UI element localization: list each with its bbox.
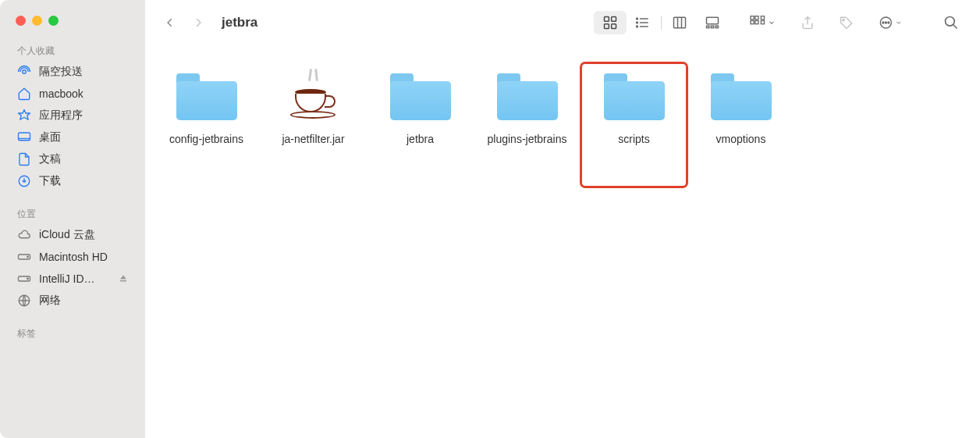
share-button[interactable]	[796, 11, 819, 34]
folder-icon	[390, 67, 451, 120]
file-label: config-jetbrains	[169, 133, 243, 145]
sidebar: 个人收藏 隔空投送 macbook 应用程序 桌面 文稿 下载 位置 iClo	[0, 0, 145, 438]
svg-rect-22	[755, 16, 758, 20]
finder-window: 个人收藏 隔空投送 macbook 应用程序 桌面 文稿 下载 位置 iClo	[0, 0, 980, 438]
icon-view-button[interactable]	[594, 11, 627, 34]
action-menu-button[interactable]	[879, 11, 902, 34]
main-pane: jetbra config-jetbrainsja-netfilter.	[145, 0, 980, 438]
sidebar-item-downloads[interactable]: 下载	[0, 170, 145, 192]
file-item[interactable]: jetbra	[367, 62, 474, 187]
sidebar-item-label: iCloud 云盘	[39, 228, 95, 242]
sidebar-item-intellij[interactable]: IntelliJ ID…	[0, 268, 145, 290]
disk-icon	[17, 272, 31, 286]
svg-rect-25	[761, 16, 764, 20]
chevron-down-icon	[895, 19, 902, 27]
window-title: jetbra	[222, 15, 257, 30]
svg-point-4	[27, 256, 29, 258]
svg-point-27	[843, 19, 845, 21]
jar-icon	[283, 67, 344, 120]
sidebar-item-label: Macintosh HD	[39, 251, 108, 263]
sidebar-item-label: 桌面	[39, 130, 61, 144]
file-label: jetbra	[407, 133, 434, 145]
sidebar-item-applications[interactable]: 应用程序	[0, 105, 145, 126]
desktop-icon	[17, 130, 31, 144]
file-item[interactable]: plugins-jetbrains	[474, 62, 581, 187]
svg-rect-17	[707, 17, 719, 23]
sidebar-section-header: 个人收藏	[0, 40, 145, 61]
sidebar-section-header: 位置	[0, 203, 145, 224]
sidebar-item-documents[interactable]: 文稿	[0, 148, 145, 170]
sidebar-item-network[interactable]: 网络	[0, 290, 145, 312]
list-view-button[interactable]	[627, 11, 659, 34]
globe-icon	[17, 294, 31, 308]
search-button[interactable]	[939, 11, 963, 34]
sidebar-item-macintosh-hd[interactable]: Macintosh HD	[0, 246, 145, 268]
svg-point-14	[637, 22, 638, 23]
appstore-icon	[17, 109, 31, 123]
sidebar-item-icloud[interactable]: iCloud 云盘	[0, 224, 145, 246]
svg-rect-21	[751, 16, 754, 20]
view-mode-segment	[594, 11, 729, 34]
svg-point-0	[23, 70, 27, 74]
cloud-icon	[17, 228, 31, 242]
svg-rect-1	[19, 133, 30, 141]
sidebar-item-home[interactable]: macbook	[0, 83, 145, 105]
toolbar: jetbra	[145, 0, 980, 45]
svg-rect-10	[612, 17, 616, 22]
tags-button[interactable]	[835, 11, 858, 34]
file-label: vmoptions	[716, 133, 766, 145]
svg-point-13	[637, 18, 638, 20]
minimize-window-button[interactable]	[32, 16, 42, 26]
group-by-button[interactable]	[749, 15, 776, 30]
file-item[interactable]: config-jetbrains	[153, 62, 260, 187]
sidebar-item-airdrop[interactable]: 隔空投送	[0, 61, 145, 83]
forward-button[interactable]	[187, 12, 209, 34]
sidebar-item-desktop[interactable]: 桌面	[0, 126, 145, 148]
file-label: scripts	[618, 133, 649, 145]
folder-icon	[176, 67, 237, 120]
eject-icon[interactable]	[119, 274, 128, 283]
file-grid[interactable]: config-jetbrainsja-netfilter.jarjetbrapl…	[145, 45, 980, 438]
svg-point-6	[27, 278, 29, 280]
svg-point-30	[885, 22, 886, 23]
file-item[interactable]: vmoptions	[687, 62, 794, 187]
svg-rect-12	[612, 24, 616, 29]
svg-point-15	[637, 26, 638, 27]
folder-icon	[604, 67, 665, 120]
sidebar-item-label: 文稿	[39, 152, 61, 166]
svg-point-31	[888, 22, 889, 23]
window-controls	[0, 16, 145, 40]
svg-rect-7	[120, 280, 126, 282]
sidebar-item-label: 隔空投送	[39, 65, 83, 79]
svg-point-29	[882, 22, 884, 23]
sidebar-item-label: 网络	[39, 294, 61, 308]
folder-icon	[711, 67, 772, 120]
close-window-button[interactable]	[16, 16, 26, 26]
folder-icon	[497, 67, 558, 120]
svg-rect-20	[715, 26, 718, 27]
disk-icon	[17, 250, 31, 264]
svg-rect-18	[707, 26, 709, 27]
sidebar-item-label: 应用程序	[39, 109, 83, 123]
svg-rect-23	[751, 21, 754, 24]
file-item[interactable]: scripts	[581, 62, 687, 187]
airdrop-icon	[17, 65, 31, 79]
divider	[661, 16, 662, 30]
download-icon	[17, 174, 31, 188]
gallery-view-button[interactable]	[696, 11, 729, 34]
svg-rect-19	[711, 26, 713, 27]
file-item[interactable]: ja-netfilter.jar	[260, 62, 367, 187]
file-label: plugins-jetbrains	[488, 133, 567, 145]
sidebar-item-label: 下载	[39, 174, 61, 188]
svg-point-32	[946, 17, 955, 27]
svg-rect-16	[674, 17, 686, 27]
column-view-button[interactable]	[663, 11, 696, 34]
svg-rect-11	[605, 24, 609, 29]
back-button[interactable]	[159, 12, 181, 34]
svg-rect-9	[605, 17, 609, 22]
zoom-window-button[interactable]	[48, 16, 59, 26]
sidebar-item-label: IntelliJ ID…	[39, 272, 95, 285]
house-icon	[17, 87, 31, 101]
sidebar-item-label: macbook	[39, 87, 83, 100]
svg-rect-24	[755, 21, 758, 24]
